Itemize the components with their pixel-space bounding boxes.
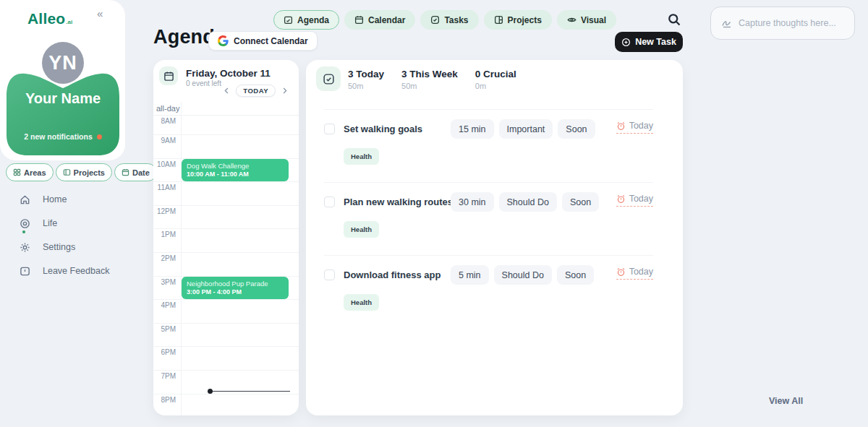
check-circle-icon [430,15,440,25]
today-button[interactable]: TODAY [236,85,276,97]
task-tag-health[interactable]: Health [344,221,379,238]
areas-icon [13,168,21,176]
connect-calendar-button[interactable]: Connect Calendar [208,31,318,51]
tab-visual[interactable]: Visual [557,10,616,30]
hour-label: 10AM [153,160,176,168]
hour-label: 12PM [153,207,176,215]
chevron-right-icon[interactable] [281,87,289,95]
tasks-panel-icon-box [316,66,341,91]
stat-this-week: 3 This Week 50m [401,69,458,90]
sidebar-item-home-label: Home [43,194,67,204]
alarm-icon [616,121,626,131]
task-tag-health[interactable]: Health [344,148,379,165]
duration-pill[interactable]: 30 min [451,192,494,212]
filter-date-button[interactable]: Date [114,163,157,181]
tasks-panel: 3 Today 50m 3 This Week 50m 0 Crucial 0m… [306,60,683,415]
target-icon [20,218,30,229]
sidebar-collapse-icon[interactable]: « [97,7,103,20]
task-title: Download fitness app [344,269,441,280]
current-time-indicator [209,391,290,392]
urgency-pill[interactable]: Soon [557,265,594,285]
stat-this-week-label: 3 This Week [401,69,458,79]
alarm-icon [616,267,626,277]
tab-calendar-label: Calendar [368,15,405,25]
sidebar-item-life[interactable]: Life [20,216,109,230]
calendar-event[interactable]: Neighborhood Pup Parade 3:00 PM - 4:00 P… [182,277,289,299]
tab-visual-label: Visual [581,15,606,25]
gear-icon [20,242,30,253]
event-title: Neighborhood Pup Parade [187,280,284,288]
priority-pill[interactable]: Should Do [499,192,557,212]
calendar-event[interactable]: Dog Walk Challenge 10:00 AM - 11:00 AM [182,159,289,181]
calendar-time-grid[interactable]: 8AM 9AM 10AM 11AM 12PM 1PM 2PM 3PM 4PM 5… [153,116,299,415]
due-date[interactable]: Today [616,121,653,134]
duration-pill[interactable]: 5 min [451,265,489,285]
task-row: Plan new walking routes 30 min Should Do… [306,182,683,255]
urgency-pill[interactable]: Soon [558,119,595,139]
capture-thoughts-input[interactable] [739,18,844,28]
tab-calendar[interactable]: Calendar [344,10,415,30]
projects-icon [63,168,71,176]
top-navigation: Agenda Calendar Tasks Projects Visual [273,10,616,30]
task-checkbox[interactable] [324,269,335,280]
hour-label: 11AM [153,184,176,191]
avatar[interactable]: YN [42,42,84,84]
duration-pill[interactable]: 15 min [451,119,494,139]
task-title: Plan new walking routes [344,197,453,207]
calendar-date-title: Friday, October 11 [186,68,271,79]
hour-label: 3PM [153,278,176,286]
tab-projects[interactable]: Projects [484,10,552,30]
sidebar-item-life-label: Life [43,218,57,228]
new-task-button[interactable]: New Task [615,32,683,52]
events-layer: Dog Walk Challenge 10:00 AM - 11:00 AM N… [181,116,299,415]
tab-tasks[interactable]: Tasks [420,10,478,30]
tab-agenda[interactable]: Agenda [273,10,339,30]
urgency-pill[interactable]: Soon [562,192,599,212]
sidebar-item-home[interactable]: Home [20,192,109,207]
task-checkbox[interactable] [324,124,335,134]
capture-thoughts-box[interactable] [710,7,855,40]
filter-areas-label: Areas [24,168,46,177]
check-square-icon [323,73,335,85]
stat-today-label: 3 Today [348,69,384,79]
tab-projects-label: Projects [508,15,542,25]
sidebar-item-feedback[interactable]: Leave Feedback [20,264,109,278]
hour-label: 1PM [153,230,176,238]
life-active-dot [22,230,25,233]
hour-label: 7PM [153,372,176,380]
stat-crucial: 0 Crucial 0m [475,69,516,90]
all-day-label: all-day [156,104,179,113]
sidebar-item-settings-label: Settings [43,242,75,252]
event-time: 3:00 PM - 4:00 PM [187,288,284,296]
tab-agenda-label: Agenda [297,15,329,25]
event-time: 10:00 AM - 11:00 AM [187,171,284,178]
task-checkbox[interactable] [324,197,335,207]
hour-label: 4PM [153,301,176,309]
projects-icon [494,15,503,25]
all-day-row: all-day [153,102,299,116]
chevron-left-icon[interactable] [223,87,231,95]
sidebar: Alleo .ai « YN Your Name 2 new notificat… [0,0,127,427]
priority-pill[interactable]: Important [499,119,553,139]
task-tag-health[interactable]: Health [344,294,379,311]
tasks-list: Set walking goals 15 min Important Soon … [306,109,683,328]
search-icon[interactable] [667,12,683,28]
priority-pill[interactable]: Should Do [494,265,552,285]
hour-label: 8AM [153,117,176,125]
stat-crucial-minutes: 0m [475,82,516,90]
task-title: Set walking goals [344,124,422,134]
plus-circle-icon [621,38,631,47]
hour-label: 8PM [153,396,176,404]
due-date[interactable]: Today [616,194,653,207]
view-all-link[interactable]: View All [769,396,803,406]
due-date-label: Today [629,121,653,131]
filter-projects-button[interactable]: Projects [56,163,112,181]
sidebar-item-settings[interactable]: Settings [20,240,109,254]
filter-date-label: Date [132,168,150,177]
stat-crucial-label: 0 Crucial [475,69,516,79]
google-logo-icon [218,35,229,46]
hour-label: 2PM [153,254,176,262]
new-task-label: New Task [635,37,676,47]
due-date[interactable]: Today [616,267,653,280]
filter-areas-button[interactable]: Areas [6,163,54,181]
